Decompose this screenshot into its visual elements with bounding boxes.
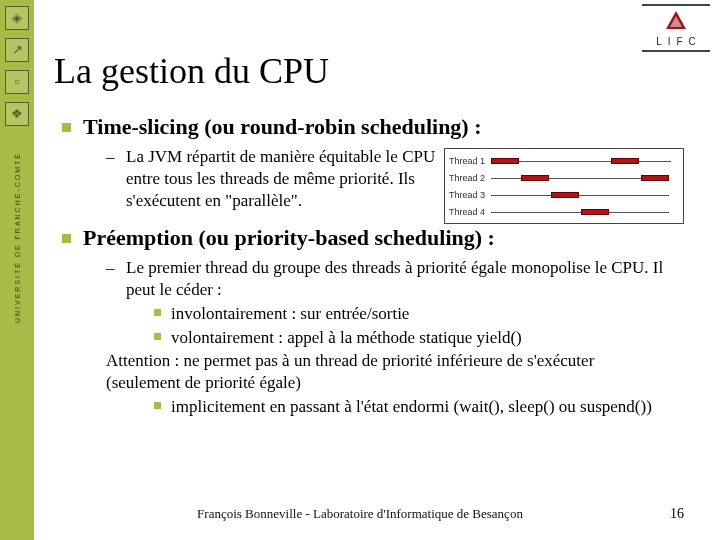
- diagram-row: Thread 1: [449, 152, 679, 169]
- bullet-text: implicitement en passant à l'état endorm…: [171, 396, 652, 418]
- logo-letters: LIFC: [650, 36, 702, 47]
- section-2-sub: – Le premier thread du groupe des thread…: [106, 257, 694, 301]
- square-bullet-icon: [62, 123, 71, 132]
- left-sidebar: ◈ ↗ ▫ ❖ UNIVERSITÉ DE FRANCHE-COMTÉ: [0, 0, 34, 540]
- paragraph-text: Le premier thread du groupe des threads …: [126, 258, 663, 299]
- dash-bullet-icon: –: [106, 257, 116, 279]
- paragraph-text: La JVM répartit de manière équitable le …: [126, 146, 436, 211]
- sidebar-deco-icon: ↗: [5, 38, 29, 62]
- heading-text: Préemption (ou priority-based scheduling…: [83, 225, 495, 251]
- sidebar-vertical-label: UNIVERSITÉ DE FRANCHE-COMTÉ: [14, 152, 21, 323]
- diagram-row-label: Thread 2: [449, 173, 491, 183]
- square-bullet-icon: [154, 402, 161, 409]
- page-number: 16: [670, 506, 684, 522]
- diagram-row: Thread 2: [449, 169, 679, 186]
- diagram-row-label: Thread 1: [449, 156, 491, 166]
- square-bullet-icon: [62, 234, 71, 243]
- section-1-heading: Time-slicing (ou round-robin scheduling)…: [62, 114, 694, 140]
- diagram-row: Thread 4: [449, 203, 679, 220]
- section-2-warning: – Attention : ne permet pas à un thread …: [106, 350, 694, 394]
- sidebar-deco-icon: ❖: [5, 102, 29, 126]
- sidebar-deco-icon: ▫: [5, 70, 29, 94]
- section-2-heading: Préemption (ou priority-based scheduling…: [62, 225, 694, 251]
- diagram-row-label: Thread 3: [449, 190, 491, 200]
- diagram-row-label: Thread 4: [449, 207, 491, 217]
- slide: ◈ ↗ ▫ ❖ UNIVERSITÉ DE FRANCHE-COMTÉ LIFC…: [0, 0, 720, 540]
- logo-shape-icon: [662, 9, 690, 31]
- square-bullet-icon: [154, 309, 161, 316]
- diagram-row: Thread 3: [449, 186, 679, 203]
- thread-diagram: Thread 1 Thread 2: [444, 148, 684, 224]
- bullet-text: involontairement : sur entrée/sortie: [171, 303, 409, 325]
- section-2-bullet: volontairement : appel à la méthode stat…: [154, 327, 694, 349]
- lifc-logo: LIFC: [642, 4, 710, 52]
- section-2-bullet: involontairement : sur entrée/sortie: [154, 303, 694, 325]
- slide-content: La gestion du CPU Time-slicing (ou round…: [54, 50, 694, 420]
- square-bullet-icon: [154, 333, 161, 340]
- footer-text: François Bonneville - Laboratoire d'Info…: [0, 506, 720, 522]
- section-2-bullet: implicitement en passant à l'état endorm…: [154, 396, 694, 418]
- heading-text: Time-slicing (ou round-robin scheduling)…: [83, 114, 482, 140]
- slide-title: La gestion du CPU: [54, 50, 694, 92]
- sidebar-deco-icon: ◈: [5, 6, 29, 30]
- dash-bullet-icon: –: [106, 146, 116, 168]
- bullet-text: volontairement : appel à la méthode stat…: [171, 327, 522, 349]
- paragraph-text: Attention : ne permet pas à un thread de…: [106, 350, 666, 394]
